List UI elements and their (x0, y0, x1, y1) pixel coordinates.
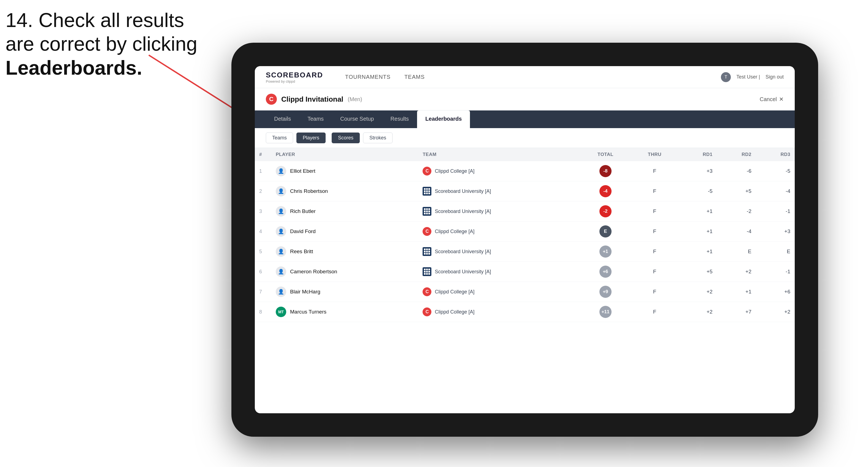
rank-cell: 3 (255, 201, 271, 221)
team-logo-scoreboard (423, 187, 431, 196)
filter-scores[interactable]: Scores (332, 132, 360, 143)
rd1-cell: +2 (678, 302, 717, 322)
col-player: PLAYER (271, 148, 418, 161)
rd2-cell: -6 (717, 161, 756, 181)
score-badge: -2 (599, 205, 612, 217)
player-name: Elliot Ebert (290, 168, 315, 174)
tournament-tag: (Men) (348, 96, 362, 102)
col-team: TEAM (418, 148, 580, 161)
thru-cell: F (631, 221, 678, 242)
table-row: 7 👤 Blair McHarg C Clippd College [A] +9… (255, 282, 795, 302)
filter-players[interactable]: Players (297, 132, 326, 143)
thru-cell: F (631, 262, 678, 282)
team-cell: Scoreboard University [A] (418, 242, 580, 262)
team-logo-clippd: C (423, 287, 431, 296)
rank-cell: 1 (255, 161, 271, 181)
rank-cell: 8 (255, 302, 271, 322)
signout-link[interactable]: Sign out (766, 74, 784, 80)
rd1-cell: +3 (678, 161, 717, 181)
player-avatar: 👤 (276, 267, 286, 277)
table-row: 2 👤 Chris Robertson Scoreboard Universit… (255, 181, 795, 201)
col-total: TOTAL (580, 148, 631, 161)
cancel-button[interactable]: Cancel ✕ (760, 96, 784, 102)
total-cell: -8 (580, 161, 631, 181)
rd3-cell: +2 (756, 302, 795, 322)
nav-tournaments[interactable]: TOURNAMENTS (345, 72, 391, 82)
nav-links: TOURNAMENTS TEAMS (345, 72, 704, 82)
team-logo-scoreboard (423, 267, 431, 276)
logo-text: SCOREBOARD (266, 71, 323, 79)
player-avatar: 👤 (276, 246, 286, 257)
table-row: 4 👤 David Ford C Clippd College [A] E F … (255, 221, 795, 242)
team-cell: C Clippd College [A] (418, 221, 580, 242)
team-name: Scoreboard University [A] (435, 269, 491, 275)
rd3-cell: +6 (756, 282, 795, 302)
filter-teams[interactable]: Teams (266, 132, 293, 143)
rd2-cell: -4 (717, 221, 756, 242)
instruction-line2: are correct by clicking (5, 33, 197, 55)
tournament-header: C Clippd Invitational (Men) Cancel ✕ (255, 88, 795, 111)
total-cell: +11 (580, 302, 631, 322)
col-rd3: RD3 (756, 148, 795, 161)
table-row: 5 👤 Rees Britt Scoreboard University [A]… (255, 242, 795, 262)
table-row: 3 👤 Rich Butler Scoreboard University [A… (255, 201, 795, 221)
rd1-cell: +1 (678, 242, 717, 262)
player-avatar: 👤 (276, 206, 286, 217)
team-logo-clippd: C (423, 167, 431, 176)
thru-cell: F (631, 201, 678, 221)
close-icon: ✕ (779, 96, 784, 102)
rank-cell: 2 (255, 181, 271, 201)
tab-results[interactable]: Results (382, 111, 417, 128)
score-badge: -8 (599, 165, 612, 177)
thru-cell: F (631, 242, 678, 262)
score-badge: +6 (599, 266, 612, 278)
team-name: Scoreboard University [A] (435, 249, 491, 255)
player-cell: 👤 Chris Robertson (271, 181, 418, 201)
rd2-cell: +1 (717, 282, 756, 302)
nav-user-label: Test User | (736, 74, 760, 80)
logo-area: SCOREBOARD Powered by clippd (266, 71, 323, 84)
col-rank: # (255, 148, 271, 161)
team-name: Clippd College [A] (435, 289, 474, 295)
tab-course-setup[interactable]: Course Setup (332, 111, 382, 128)
score-badge: +1 (599, 246, 612, 258)
rd3-cell: +3 (756, 221, 795, 242)
table-header-row: # PLAYER TEAM TOTAL THRU RD1 RD2 RD3 (255, 148, 795, 161)
player-cell: 👤 David Ford (271, 221, 418, 242)
thru-cell: F (631, 161, 678, 181)
team-cell: Scoreboard University [A] (418, 181, 580, 201)
rank-cell: 6 (255, 262, 271, 282)
player-cell: 👤 Rees Britt (271, 242, 418, 262)
score-badge: +9 (599, 286, 612, 298)
rd2-cell: E (717, 242, 756, 262)
player-name: Cameron Robertson (290, 269, 337, 275)
nav-teams[interactable]: TEAMS (404, 72, 425, 82)
player-avatar: 👤 (276, 226, 286, 237)
thru-cell: F (631, 282, 678, 302)
player-name: Marcus Turners (290, 309, 327, 315)
player-cell: 👤 Elliot Ebert (271, 161, 418, 181)
player-avatar: MT (276, 307, 286, 317)
rd1-cell: +5 (678, 262, 717, 282)
table-row: 1 👤 Elliot Ebert C Clippd College [A] -8… (255, 161, 795, 181)
rd1-cell: +1 (678, 221, 717, 242)
total-cell: +1 (580, 242, 631, 262)
team-name: Clippd College [A] (435, 168, 474, 174)
nav-right: T Test User | Sign out (721, 72, 784, 82)
rd2-cell: +5 (717, 181, 756, 201)
leaderboard-table-container: # PLAYER TEAM TOTAL THRU RD1 RD2 RD3 1 👤… (255, 148, 795, 413)
user-avatar: T (721, 72, 731, 82)
tab-details[interactable]: Details (266, 111, 299, 128)
total-cell: -4 (580, 181, 631, 201)
player-cell: MT Marcus Turners (271, 302, 418, 322)
rank-cell: 4 (255, 221, 271, 242)
player-avatar: 👤 (276, 166, 286, 176)
total-cell: +9 (580, 282, 631, 302)
cancel-label: Cancel (760, 96, 777, 102)
tab-leaderboards[interactable]: Leaderboards (417, 111, 470, 128)
tab-bar: Details Teams Course Setup Results Leade… (255, 111, 795, 128)
instruction-line1: 14. Check all results (5, 9, 184, 31)
thru-cell: F (631, 181, 678, 201)
tab-teams[interactable]: Teams (299, 111, 332, 128)
filter-strokes[interactable]: Strokes (363, 132, 393, 143)
